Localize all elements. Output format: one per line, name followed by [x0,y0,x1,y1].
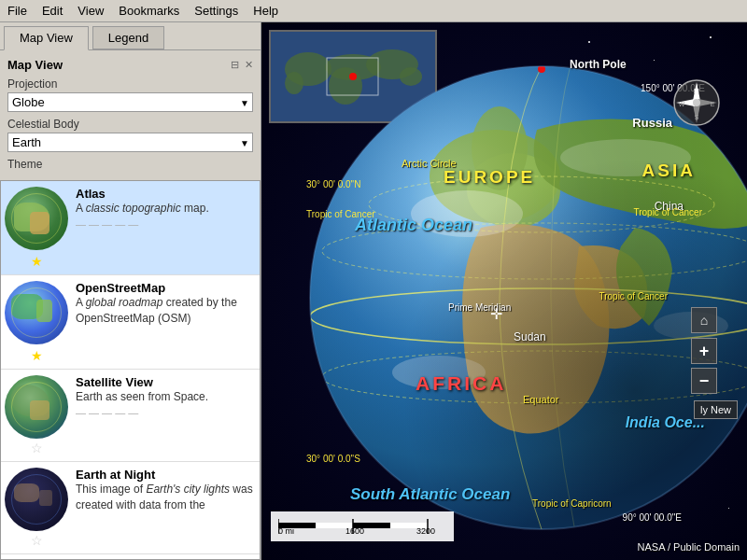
menu-file[interactable]: File [0,2,35,20]
mapview-row: Map View ⊟ ✕ [7,58,253,72]
theme-item-satellite[interactable]: ☆ Satellite View Earth as seen from Spac… [1,370,260,462]
osm-star: ★ [31,348,43,363]
theme-item-atlas[interactable]: ★ Atlas A classic topographic map. — — —… [1,181,260,275]
close-panel-icon[interactable]: ✕ [245,59,253,71]
theme-list: ★ Atlas A classic topographic map. — — —… [0,180,261,560]
new-button[interactable]: ly New [694,400,738,419]
zoom-out-icon: − [699,371,710,391]
new-label: ly New [700,404,731,415]
celestial-label: Celestial Body [7,118,253,131]
svg-text:N: N [694,87,699,95]
label-90e: 90° 00' 00.0"E [623,512,682,523]
svg-text:0 mi: 0 mi [278,526,294,536]
label-asia: ASIA [642,161,696,181]
label-30s: 30° 00' 0.0"S [306,454,360,464]
zoom-in-button[interactable]: + [691,338,717,364]
night-name: Earth at Night [76,468,256,482]
tab-bar: Map View Legend [0,22,261,50]
zoom-in-icon: + [699,342,710,361]
theme-label: Theme [7,158,253,171]
label-30n: 30° 00' 0.0"N [306,179,360,189]
night-info: Earth at Night This image of Earth's cit… [76,468,256,513]
svg-text:S: S [695,114,699,120]
label-south-atlantic: South Atlantic Ocean [350,485,510,504]
map-area[interactable]: North Pole 150° 00' 00.0"E Russia Arctic… [261,22,747,560]
label-africa: AFRICA [416,372,506,395]
atlas-extra: — — — — — [76,218,256,230]
satellite-desc: Earth as seen from Space. [76,389,256,405]
satellite-name: Satellite View [76,375,256,389]
projection-select-wrapper: Globe Mercator Equirectangular [7,92,253,112]
home-icon: ⌂ [700,313,708,328]
zoom-out-button[interactable]: − [691,368,717,394]
projection-label: Projection [7,77,253,91]
panel-content: Map View ⊟ ✕ Projection Globe Mercator E… [0,50,261,180]
label-atlantic: Atlantic Ocean [355,216,472,235]
star-3 [710,36,712,38]
satellite-info: Satellite View Earth as seen from Space.… [76,375,256,418]
tab-legend[interactable]: Legend [92,26,164,49]
label-tropic-capricorn: Tropic of Capricorn [532,498,612,509]
osm-desc: A global roadmap created by the OpenStre… [76,295,256,327]
theme-item-osm[interactable]: ★ OpenStreetMap A global roadmap created… [1,275,260,370]
copyright-label: NASA / Public Domain [638,541,740,553]
svg-text:W: W [679,101,685,107]
label-tropic-cancer-m: Tropic of Cancer [599,291,668,301]
label-sudan: Sudan [514,330,546,343]
night-star: ☆ [31,533,43,548]
atlas-info: Atlas A classic topographic map. — — — —… [76,187,256,230]
restore-icon[interactable]: ⊟ [231,59,239,71]
crosshair: ✛ [490,307,502,322]
home-button[interactable]: ⌂ [691,307,717,333]
menu-edit[interactable]: Edit [35,2,70,20]
theme-item-night[interactable]: ☆ Earth at Night This image of Earth's c… [1,462,260,554]
celestial-select-wrapper: Earth Moon Mars [7,133,253,152]
mapview-label: Map View [7,58,63,72]
atlas-name: Atlas [76,187,256,201]
label-equator: Equator [523,394,559,405]
tab-mapview[interactable]: Map View [4,26,89,50]
star-1 [588,41,590,43]
svg-text:E: E [711,101,715,107]
menu-view[interactable]: View [70,2,111,20]
label-tropic-cancer-r: Tropic of Cancer [633,207,702,217]
compass-rose: N S W E [672,78,719,125]
label-northpole: North Pole [570,58,627,71]
menu-bar: File Edit View Bookmarks Settings Help [0,0,747,22]
celestial-select[interactable]: Earth Moon Mars [7,133,253,152]
main-layout: Map View Legend Map View ⊟ ✕ Projection … [0,22,747,560]
label-europe: EUROPE [444,167,535,188]
menu-settings[interactable]: Settings [187,2,246,20]
projection-section: Projection Globe Mercator Equirectangula… [7,77,253,112]
night-desc: This image of Earth's city lights was cr… [76,482,256,513]
svg-point-32 [693,99,700,106]
menu-bookmarks[interactable]: Bookmarks [111,2,187,20]
osm-name: OpenStreetMap [76,281,256,295]
menu-help[interactable]: Help [246,2,286,20]
label-russia: Russia [632,116,672,130]
celestial-section: Celestial Body Earth Moon Mars [7,118,253,152]
scale-bar: 0 mi 1600 3200 [271,511,454,541]
atlas-desc: A classic topographic map. [76,201,256,217]
left-panel: Map View Legend Map View ⊟ ✕ Projection … [0,22,261,560]
osm-info: OpenStreetMap A global roadmap created b… [76,281,256,327]
svg-text:1600: 1600 [345,526,364,536]
atlas-star: ★ [31,254,43,269]
satellite-extra: — — — — — [76,407,256,418]
projection-select[interactable]: Globe Mercator Equirectangular [7,92,253,112]
svg-text:3200: 3200 [416,526,435,536]
satellite-star: ☆ [31,441,43,455]
